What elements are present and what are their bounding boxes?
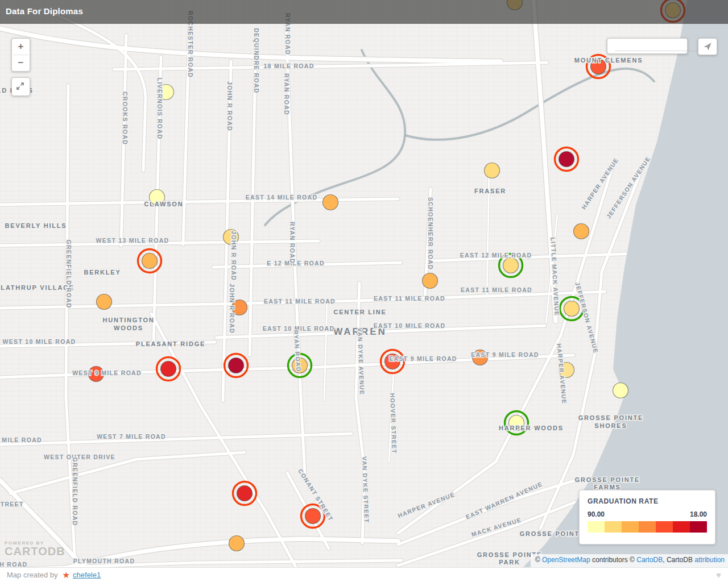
page-title: Data For Diplomas (0, 0, 728, 16)
legend-swatch (656, 521, 673, 533)
attribution-link[interactable]: attribution (694, 556, 725, 564)
map-label: WOODS (114, 325, 143, 331)
map-container[interactable]: ELD HILLSBEVERLY HILLSCLAWSONBERKLEYLATH… (0, 0, 728, 567)
map-label: SCHOENHERR ROAD (427, 197, 434, 270)
map-label: WEST 7 MILE ROAD (97, 433, 166, 440)
map-label: BEVERLY HILLS (5, 222, 67, 229)
map-label: GROSSE POINTE (520, 530, 585, 537)
marker-dot (229, 536, 245, 551)
map-label: JOHN R ROAD (226, 81, 233, 131)
map-marker[interactable] (97, 294, 112, 310)
map-label: EAST 11 MILE ROAD (264, 298, 336, 305)
map-label: PLEASANT RIDGE (136, 340, 205, 347)
map-label: SHORES (594, 422, 627, 429)
map-label: STREET (0, 501, 24, 508)
map-marker[interactable] (229, 536, 245, 551)
map-label: RYAN ROAD (289, 222, 296, 264)
map-label: DEQUINDRE ROAD (253, 28, 260, 93)
map-label: CLAWSON (144, 201, 184, 207)
map-label: GROSSE POINTE (575, 476, 640, 483)
marker-dot (305, 509, 321, 524)
legend-swatch (622, 521, 639, 533)
cartodb-watermark: POWERED BY CARTODB (5, 541, 65, 557)
marker-dot (559, 152, 574, 167)
marker-dot (503, 258, 519, 273)
like-heart-icon[interactable]: ♥ (716, 570, 721, 580)
created-by-text: Map created by (7, 571, 58, 579)
cartodb-star-icon: ★ (63, 570, 70, 580)
openstreetmap-link[interactable]: OpenStreetMap (542, 556, 590, 564)
map-label: WEST 10 MILE ROAD (3, 338, 76, 345)
zoom-control: + − (11, 38, 30, 72)
legend-min-value: 90.00 (588, 510, 605, 518)
attribution-text: © (535, 556, 542, 564)
map-label: PARK (499, 559, 520, 566)
marker-dot (237, 486, 253, 501)
fullscreen-button[interactable] (11, 77, 30, 96)
map-label: EAST 11 MILE ROAD (374, 295, 445, 302)
search-input[interactable] (615, 41, 698, 51)
map-label: EAST 9 MILE ROAD (471, 351, 539, 358)
map-marker[interactable] (574, 224, 589, 239)
map-label: JOHN R ROAD (230, 231, 237, 281)
attribution-text: , CartoDB (663, 556, 694, 564)
map-attribution: © OpenStreetMap contributors © CartoDB, … (531, 554, 728, 568)
marker-dot (564, 301, 580, 317)
marker-dot (613, 383, 628, 398)
legend-swatch (673, 521, 690, 533)
map-label: TH ROAD (0, 561, 27, 567)
header-bar: Data For Diplomas (0, 0, 728, 24)
map-label: 18 MILE ROAD (263, 63, 314, 69)
marker-dot (485, 163, 500, 178)
map-marker[interactable] (613, 383, 628, 398)
map-label: FRASER (474, 188, 506, 194)
legend-color-scale (588, 521, 707, 533)
map-label: EAST 10 MILE ROAD (374, 322, 446, 329)
map-label: PLYMOUTH ROAD (73, 558, 135, 564)
author-link[interactable]: chefele1 (73, 571, 101, 579)
map-label: MOUNT CLEMENS (574, 57, 643, 64)
map-label: BERKLEY (84, 269, 121, 276)
map-label: WEST OUTER DRIVE (44, 454, 115, 460)
map-label: RYAN ROAD (283, 73, 290, 115)
zoom-out-button[interactable]: − (12, 55, 30, 71)
footer-bar: Map created by ★ chefele1 ♥ (0, 567, 728, 582)
map-label: LATHRUP VILLAGE (1, 284, 74, 291)
marker-dot (97, 294, 112, 310)
locate-button[interactable] (698, 38, 717, 55)
legend-swatch (639, 521, 656, 533)
map-label: HUNTINGTON (102, 317, 154, 323)
zoom-in-button[interactable]: + (12, 39, 30, 55)
map-label: JOHN R ROAD (229, 284, 235, 334)
map-label: WEST 13 MILE ROAD (96, 237, 169, 244)
legend-title: GRADUATION RATE (588, 497, 707, 505)
legend-swatch (605, 521, 622, 533)
marker-dot (229, 358, 244, 373)
map-canvas[interactable]: ELD HILLSBEVERLY HILLSCLAWSONBERKLEYLATH… (0, 0, 728, 567)
map-marker[interactable] (485, 163, 500, 178)
map-label: GREENFIELD ROAD (65, 239, 72, 308)
legend-max-value: 18.00 (690, 510, 707, 518)
paper-plane-icon (703, 42, 712, 51)
map-label: 7 MILE ROAD (0, 436, 42, 443)
map-label: EAST 9 MILE ROAD (389, 355, 457, 362)
map-label: WEST 9 MILE ROAD (72, 369, 142, 376)
marker-dot (574, 224, 589, 239)
map-marker[interactable] (323, 195, 338, 210)
cartodb-map-app: ELD HILLSBEVERLY HILLSCLAWSONBERKLEYLATH… (0, 0, 728, 582)
legend-panel: GRADUATION RATE 90.00 18.00 (579, 490, 715, 544)
map-marker[interactable] (423, 273, 438, 289)
map-label: EAST 11 MILE ROAD (461, 286, 532, 293)
map-label: GROSSE POINTE (578, 414, 643, 421)
map-label: CENTER LINE (333, 309, 386, 315)
expand-arrows-icon (12, 78, 28, 94)
cartodb-link[interactable]: CartoDB (636, 556, 663, 564)
marker-dot (142, 253, 158, 269)
marker-dot (323, 195, 338, 210)
cartodb-logo-text: CARTODB (5, 546, 65, 557)
map-label: GREENFIELD ROAD (72, 457, 78, 526)
map-label: HARPER WOODS (499, 425, 564, 431)
attribution-text: contributors © (590, 556, 637, 564)
search-box (607, 38, 688, 54)
legend-swatch (690, 521, 707, 533)
